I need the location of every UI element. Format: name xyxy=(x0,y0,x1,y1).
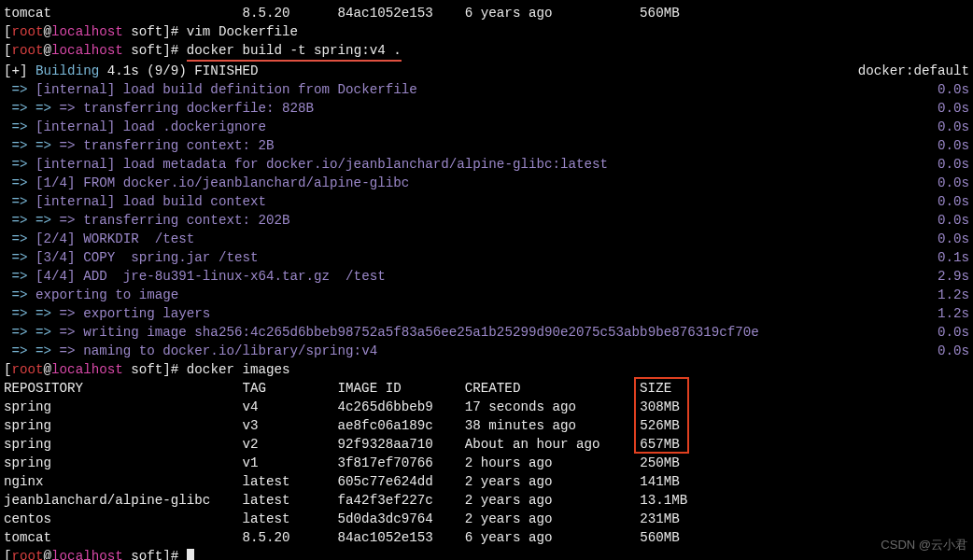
table-row: spring v3 ae8fc06a189c 38 minutes ago 52… xyxy=(4,416,969,435)
prompt-line: [root@localhost soft]# docker build -t s… xyxy=(4,41,969,62)
build-step-line: => [4/4] ADD jre-8u391-linux-x64.tar.gz … xyxy=(4,267,969,286)
build-step-line: => => => writing image sha256:4c265d6bbe… xyxy=(4,323,969,342)
build-step-line: => [2/4] WORKDIR /test0.0s xyxy=(4,230,969,248)
build-step-line: => => => transferring dockerfile: 828B0.… xyxy=(4,99,969,118)
table-row: tomcat 8.5.20 84ac1052e153 6 years ago 5… xyxy=(4,528,969,547)
table-row: jeanblanchard/alpine-glibc latest fa42f3… xyxy=(4,491,969,510)
build-step-line: => => => transferring context: 2B0.0s xyxy=(4,136,969,155)
build-step-line: => => => transferring context: 202B0.0s xyxy=(4,211,969,230)
cursor xyxy=(187,549,194,560)
build-step-line: => => => naming to docker.io/library/spr… xyxy=(4,342,969,360)
terminal-output[interactable]: tomcat 8.5.20 84ac1052e153 6 years ago 5… xyxy=(4,4,969,560)
build-step-line: => [internal] load metadata for docker.i… xyxy=(4,155,969,174)
prompt-line: [root@localhost soft]# docker images xyxy=(4,360,969,379)
table-row: tomcat 8.5.20 84ac1052e153 6 years ago 5… xyxy=(4,4,969,22)
build-step-line: => => => exporting layers1.2s xyxy=(4,304,969,323)
build-status-line: [+] Building 4.1s (9/9) FINISHEDdocker:d… xyxy=(4,62,969,80)
watermark: CSDN @云小君 xyxy=(881,536,967,554)
build-step-line: => [internal] load .dockerignore0.0s xyxy=(4,118,969,136)
table-row: spring v1 3f817ef70766 2 hours ago 250MB xyxy=(4,454,969,472)
table-row: nginx latest 605c77e624dd 2 years ago 14… xyxy=(4,472,969,491)
table-row: spring v4 4c265d6bbeb9 17 seconds ago 30… xyxy=(4,398,969,416)
prompt-line: [root@localhost soft]# vim Dockerfile xyxy=(4,22,969,41)
build-step-line: => [internal] load build context0.0s xyxy=(4,192,969,211)
build-step-line: => [1/4] FROM docker.io/jeanblanchard/al… xyxy=(4,174,969,192)
build-step-line: => [3/4] COPY spring.jar /test0.1s xyxy=(4,248,969,267)
build-step-line: => [internal] load build definition from… xyxy=(4,80,969,99)
table-row: centos latest 5d0da3dc9764 2 years ago 2… xyxy=(4,510,969,528)
table-row: spring v2 92f9328aa710 About an hour ago… xyxy=(4,435,969,454)
build-step-line: => exporting to image1.2s xyxy=(4,286,969,304)
prompt-line[interactable]: [root@localhost soft]# xyxy=(4,547,969,560)
table-header: REPOSITORY TAG IMAGE ID CREATED SIZE xyxy=(4,379,969,398)
